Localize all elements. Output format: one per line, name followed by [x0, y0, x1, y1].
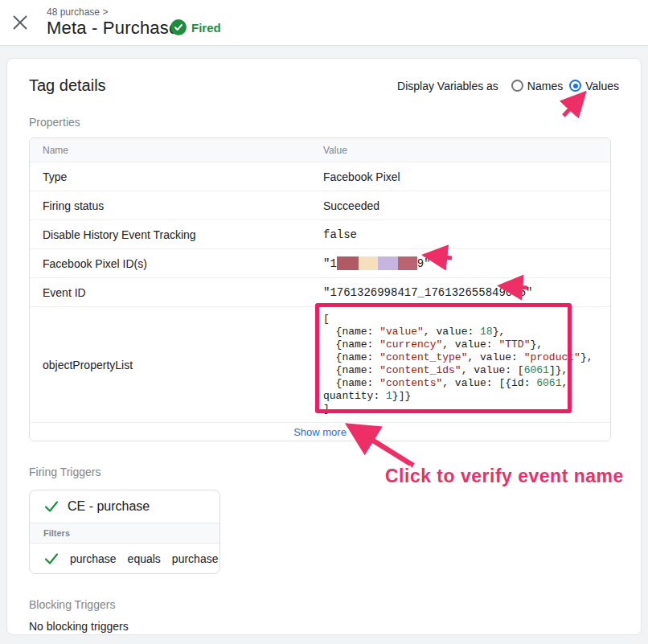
row-name: Disable History Event Tracking — [30, 220, 323, 248]
trigger-name: CE - purchase — [68, 499, 150, 514]
filter-condition-row: purchase equals purchase — [30, 544, 219, 573]
code-block: [ {name: "value", value: 18}, {name: "cu… — [323, 313, 593, 416]
display-variables-label: Display Variables as — [397, 80, 498, 92]
tag-details-heading: Tag details — [29, 76, 106, 95]
row-name: Type — [30, 162, 323, 191]
table-row: Facebook Pixel ID(s) "19" — [30, 249, 610, 278]
show-more-link[interactable]: Show more — [293, 426, 347, 438]
annotation-text: Click to verify event name — [385, 466, 624, 487]
row-name: Event ID — [30, 278, 323, 306]
row-value: false — [323, 220, 610, 248]
column-header-name: Name — [30, 138, 323, 162]
values-radio-label[interactable]: Values — [585, 80, 619, 92]
status-label: Fired — [191, 21, 221, 35]
names-radio[interactable] — [511, 80, 523, 92]
no-blocking-triggers-text: No blocking triggers — [29, 620, 619, 633]
row-value: "1761326998417_176132655849035" — [323, 278, 610, 306]
firing-trigger-card: CE - purchase Filters purchase equals pu… — [29, 490, 220, 574]
table-row: objectPropertyList [ {name: "value", val… — [30, 307, 610, 423]
redacted-value: "19" — [323, 249, 610, 277]
properties-table: Name Value Type Facebook Pixel Firing st… — [29, 137, 611, 441]
show-more-row: Show more — [30, 423, 610, 441]
blocking-triggers-heading: Blocking Triggers — [29, 598, 619, 611]
row-name: Facebook Pixel ID(s) — [30, 249, 323, 277]
trigger-row[interactable]: CE - purchase — [30, 490, 219, 523]
breadcrumb[interactable]: 48 purchase > — [47, 6, 108, 18]
display-variables-control: Display Variables as Names Values — [397, 80, 619, 92]
filter-operator: equals — [128, 552, 161, 565]
row-name: objectPropertyList — [30, 307, 323, 422]
properties-heading: Properties — [29, 116, 619, 129]
page-title: Meta - Purchase — [47, 18, 178, 39]
table-row: Firing status Succeeded — [30, 191, 610, 220]
fired-check-icon — [170, 19, 187, 35]
check-icon — [44, 552, 59, 565]
status-badge: Fired — [170, 19, 221, 35]
table-header-row: Name Value — [30, 138, 610, 162]
table-row: Type Facebook Pixel — [30, 162, 610, 191]
row-value: Facebook Pixel — [323, 162, 610, 191]
check-icon — [44, 500, 59, 513]
table-row: Event ID "1761326998417_176132655849035" — [30, 278, 610, 307]
column-header-value: Value — [323, 138, 610, 162]
panel-header: 48 purchase > Meta - Purchase Fired — [0, 0, 648, 46]
table-row: Disable History Event Tracking false — [30, 220, 610, 249]
filter-variable: purchase — [70, 552, 117, 565]
names-radio-label[interactable]: Names — [527, 80, 563, 92]
filter-value: purchase — [172, 552, 219, 565]
filters-header: Filters — [30, 523, 219, 544]
row-name: Firing status — [30, 191, 323, 219]
row-value: Succeeded — [323, 191, 610, 219]
close-icon[interactable] — [10, 12, 31, 33]
values-radio[interactable] — [569, 80, 581, 92]
tag-details-card: Tag details Display Variables as Names V… — [6, 58, 642, 635]
filters-label: Filters — [43, 528, 70, 538]
